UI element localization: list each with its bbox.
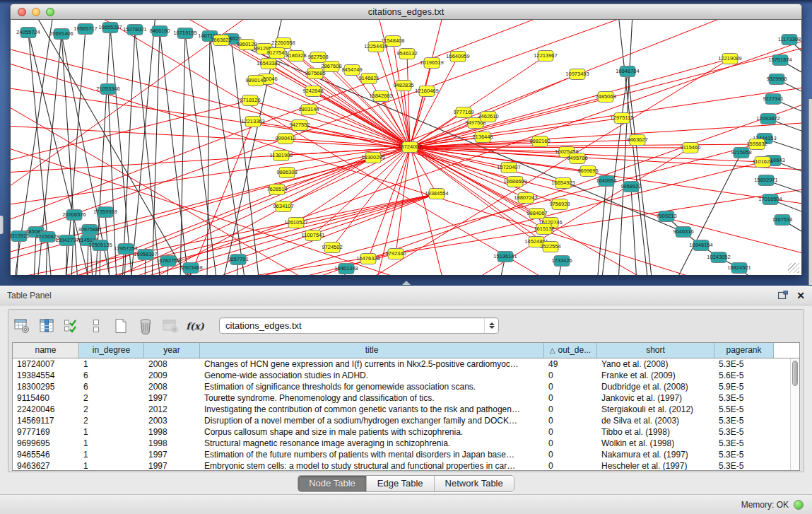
- graph-node[interactable]: 1101624: [753, 157, 773, 168]
- table-cell[interactable]: Changes of HCN gene expression and I(f) …: [200, 358, 544, 370]
- citation-edge-red[interactable]: [410, 147, 544, 229]
- table-scrollbar[interactable]: [790, 358, 799, 470]
- table-cell[interactable]: 1: [79, 449, 144, 460]
- table-cell[interactable]: Estimation of the future numbers of pati…: [200, 449, 544, 460]
- graph-node[interactable]: 7663822: [211, 35, 231, 46]
- float-panel-icon[interactable]: [778, 289, 788, 302]
- graph-node[interactable]: 9427552: [289, 120, 310, 131]
- table-cell[interactable]: Estimation of significance thresholds fo…: [200, 381, 544, 392]
- table-cell[interactable]: 9777169: [13, 426, 79, 438]
- table-cell[interactable]: 1998: [144, 426, 200, 438]
- table-cell[interactable]: 1997: [144, 460, 200, 471]
- column-header-out_de[interactable]: △out_de...: [544, 343, 597, 358]
- table-cell[interactable]: 0: [544, 449, 597, 460]
- table-cell[interactable]: 5.5E-5: [714, 404, 774, 415]
- citation-edge-black[interactable]: [135, 30, 160, 275]
- table-cell[interactable]: 18724007: [13, 358, 79, 370]
- graph-node[interactable]: 20206576: [62, 210, 86, 221]
- graph-node[interactable]: 19384554: [425, 189, 448, 199]
- graph-node[interactable]: 12923468: [179, 263, 202, 274]
- table-cell[interactable]: 0: [544, 392, 597, 404]
- table-cell[interactable]: 5.3E-5: [714, 358, 774, 370]
- graph-node[interactable]: 12213967: [534, 51, 557, 62]
- graph-node[interactable]: 15692971: [754, 175, 777, 186]
- graph-node[interactable]: 9146821: [358, 74, 379, 84]
- table-cell[interactable]: 5.3E-5: [714, 460, 774, 471]
- graph-node[interactable]: 19565717: [73, 24, 97, 35]
- citation-network-graph[interactable]: 1872400724055724206914061956571710655287…: [11, 20, 802, 275]
- graph-node[interactable]: 7485063: [595, 92, 616, 103]
- table-cell[interactable]: Corpus callosum shape and size in male p…: [200, 426, 544, 438]
- graph-node[interactable]: 9890143: [245, 76, 266, 86]
- table-cell[interactable]: Franke et al. (2009): [597, 370, 714, 381]
- graph-node[interactable]: 9463627: [627, 135, 647, 146]
- table-cell[interactable]: 1997: [144, 449, 200, 460]
- graph-node[interactable]: 9046316: [673, 227, 693, 238]
- graph-node[interactable]: 1733426: [551, 256, 572, 267]
- table-cell[interactable]: 2: [79, 404, 144, 415]
- table-cell[interactable]: 6: [79, 381, 144, 392]
- delete-icon[interactable]: [136, 317, 155, 335]
- graph-node[interactable]: 16543382: [257, 59, 280, 69]
- graph-node[interactable]: 12213363: [241, 117, 264, 127]
- table-header-row[interactable]: namein_degreeyeartitle△out_de...shortpag…: [13, 343, 799, 358]
- table-cell[interactable]: 2009: [144, 370, 200, 381]
- graph-node[interactable]: 20691406: [49, 29, 73, 40]
- citation-edge-black[interactable]: [210, 36, 245, 275]
- tab-network-table[interactable]: Network Table: [435, 476, 514, 491]
- table-cell[interactable]: 2008: [144, 381, 200, 392]
- graph-node[interactable]: 9546132: [396, 49, 417, 59]
- table-cell[interactable]: 5.6E-5: [714, 370, 774, 381]
- graph-node[interactable]: 16782759: [156, 256, 180, 267]
- zoom-window-button[interactable]: [46, 8, 54, 16]
- table-cell[interactable]: 9699695: [13, 438, 79, 449]
- citation-edge-red[interactable]: [410, 57, 458, 147]
- graph-node[interactable]: 10719155: [173, 28, 196, 39]
- column-header-pagerank[interactable]: pagerank: [714, 343, 774, 358]
- close-panel-icon[interactable]: ✕: [796, 291, 805, 300]
- table-cell[interactable]: Investigating the contribution of common…: [200, 404, 544, 415]
- table-cell[interactable]: 2003: [144, 415, 200, 426]
- tab-node-table[interactable]: Node Table: [298, 476, 367, 491]
- table-cell[interactable]: Tourette syndrome. Phenomenology and cla…: [200, 392, 544, 404]
- table-row[interactable]: 1938455462009Genome-wide association stu…: [13, 370, 799, 381]
- graph-node[interactable]: 9242848: [302, 86, 323, 97]
- graph-node[interactable]: 18807243: [514, 193, 537, 204]
- graph-node[interactable]: 2136448: [472, 132, 493, 143]
- graph-node[interactable]: 10655287: [98, 23, 122, 33]
- tab-edge-table[interactable]: Edge Table: [367, 476, 435, 491]
- graph-node[interactable]: 15278021: [123, 25, 146, 35]
- graph-node[interactable]: 8186328: [286, 51, 306, 62]
- table-row[interactable]: 1872400712008Changes of HCN gene express…: [13, 358, 799, 370]
- citation-edge-black[interactable]: [597, 181, 606, 275]
- table-cell[interactable]: 2012: [144, 404, 200, 415]
- graph-node[interactable]: 21053346: [96, 84, 119, 95]
- table-cell[interactable]: 1998: [144, 438, 200, 449]
- table-cell[interactable]: 0: [544, 415, 597, 426]
- graph-node[interactable]: 1595832: [746, 139, 767, 150]
- citation-edge-black[interactable]: [131, 20, 155, 275]
- graph-node[interactable]: 9215958: [731, 148, 751, 158]
- table-cell[interactable]: Disruption of a novel member of a sodium…: [200, 415, 544, 426]
- table-row[interactable]: 946554611997Estimation of the future num…: [13, 449, 799, 460]
- graph-node[interactable]: 1615132: [534, 224, 554, 235]
- west-panel-grip[interactable]: [0, 216, 4, 234]
- table-cell[interactable]: 0: [544, 426, 597, 438]
- graph-node[interactable]: 7626514: [266, 185, 287, 195]
- graph-node[interactable]: 12160469: [415, 86, 438, 97]
- minimize-window-button[interactable]: [32, 8, 40, 16]
- table-cell[interactable]: 0: [544, 404, 597, 415]
- graph-node[interactable]: 9495786: [567, 153, 587, 164]
- graph-node[interactable]: 9724502: [322, 243, 342, 253]
- table-cell[interactable]: 1: [79, 426, 144, 438]
- graph-node[interactable]: 8466160: [149, 26, 170, 37]
- graph-node[interactable]: 1640954: [596, 176, 616, 187]
- graph-node[interactable]: 9792340: [385, 249, 406, 259]
- table-cell[interactable]: Jankovic et al. (1997): [597, 392, 714, 404]
- table-cell[interactable]: 1: [79, 438, 144, 449]
- table-row[interactable]: 1456911722003Disruption of a novel membe…: [13, 415, 799, 426]
- graph-node[interactable]: 7909213: [656, 211, 676, 222]
- table-cell[interactable]: Structural magnetic resonance image aver…: [200, 438, 544, 449]
- graph-node[interactable]: 16461348: [334, 264, 358, 274]
- column-header-short[interactable]: short: [597, 343, 714, 358]
